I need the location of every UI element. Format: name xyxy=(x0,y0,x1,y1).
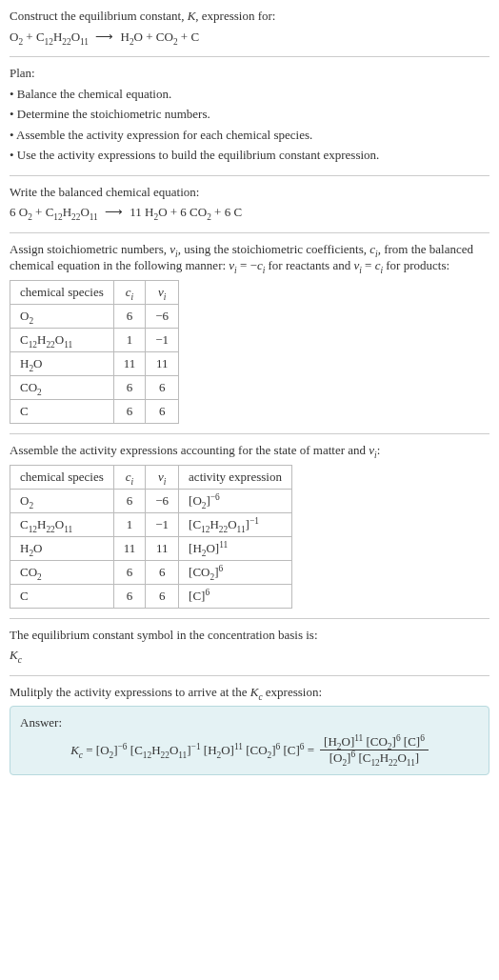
section-activity: Assemble the activity expressions accoun… xyxy=(10,434,489,619)
cell-vi: −6 xyxy=(146,489,179,512)
cell-vi: 6 xyxy=(146,584,179,608)
table-row: chemical species ci νi xyxy=(10,281,179,305)
col-ci: ci xyxy=(113,465,146,489)
table-row: H2O 11 11 xyxy=(10,352,179,376)
col-vi: νi xyxy=(146,465,179,489)
plan-bullet-4: • Use the activity expressions to build … xyxy=(10,147,489,164)
section-intro: Construct the equilibrium constant, K, e… xyxy=(10,8,489,57)
kc-fraction: [H2O]11 [CO2]6 [C]6 [O2]6 [C12H22O11] xyxy=(320,735,429,766)
table-row: C12H22O11 1 −1 xyxy=(10,329,179,352)
kc-numerator: [H2O]11 [CO2]6 [C]6 xyxy=(320,735,429,750)
col-activity: activity expression xyxy=(179,465,292,489)
symbol-line2: Kc xyxy=(10,647,489,664)
col-vi: νi xyxy=(146,281,179,305)
section-plan: Plan: • Balance the chemical equation. •… xyxy=(10,57,489,176)
col-ci: ci xyxy=(113,281,146,305)
cell-vi: −1 xyxy=(146,329,179,352)
col-species: chemical species xyxy=(10,281,114,305)
cell-species: CO2 xyxy=(10,376,114,400)
cell-vi: −1 xyxy=(146,512,179,536)
intro-line: Construct the equilibrium constant, K, e… xyxy=(10,8,489,25)
cell-ci: 6 xyxy=(113,305,146,329)
cell-species: C xyxy=(10,400,114,424)
col-species: chemical species xyxy=(10,465,114,489)
cell-activity: [C]6 xyxy=(179,584,292,608)
table-row: O2 6 −6 [O2]−6 xyxy=(10,489,292,512)
table-row: CO2 6 6 [CO2]6 xyxy=(10,560,292,584)
symbol-line1: The equilibrium constant symbol in the c… xyxy=(10,627,489,644)
cell-vi: −6 xyxy=(146,305,179,329)
cell-activity: [H2O]11 xyxy=(179,536,292,560)
plan-bullet-3: • Assemble the activity expression for e… xyxy=(10,127,489,144)
cell-species: H2O xyxy=(10,536,114,560)
table-row: CO2 6 6 xyxy=(10,376,179,400)
cell-ci: 6 xyxy=(113,400,146,424)
cell-vi: 11 xyxy=(146,536,179,560)
balanced-equation: 6 O2 + C12H22O11 ⟶ 11 H2O + 6 CO2 + 6 C xyxy=(10,204,489,221)
answer-box: Answer: Kc = [O2]−6 [C12H22O11]−1 [H2O]1… xyxy=(10,706,489,775)
section-balanced: Write the balanced chemical equation: 6 … xyxy=(10,176,489,233)
plan-title: Plan: xyxy=(10,65,489,82)
cell-species: H2O xyxy=(10,352,114,376)
plan-bullet-2: • Determine the stoichiometric numbers. xyxy=(10,106,489,123)
table-row: C 6 6 [C]6 xyxy=(10,584,292,608)
cell-activity: [O2]−6 xyxy=(179,489,292,512)
cell-species: C12H22O11 xyxy=(10,512,114,536)
kc-lhs: Kc = [O2]−6 [C12H22O11]−1 [H2O]11 [CO2]6… xyxy=(70,743,314,758)
section-symbol: The equilibrium constant symbol in the c… xyxy=(10,619,489,676)
section-final: Mulitply the activity expressions to arr… xyxy=(10,676,489,784)
cell-ci: 1 xyxy=(113,512,146,536)
cell-ci: 11 xyxy=(113,352,146,376)
kc-denominator: [O2]6 [C12H22O11] xyxy=(326,750,423,765)
table-row: C12H22O11 1 −1 [C12H22O11]−1 xyxy=(10,512,292,536)
cell-species: O2 xyxy=(10,305,114,329)
plan-bullet-1: • Balance the chemical equation. xyxy=(10,86,489,103)
table-row: O2 6 −6 xyxy=(10,305,179,329)
cell-ci: 6 xyxy=(113,489,146,512)
kc-expression: Kc = [O2]−6 [C12H22O11]−1 [H2O]11 [CO2]6… xyxy=(20,735,479,766)
intro-equation: O2 + C12H22O11 ⟶ H2O + CO2 + C xyxy=(10,29,489,46)
cell-vi: 11 xyxy=(146,352,179,376)
cell-species: C xyxy=(10,584,114,608)
table-row: H2O 11 11 [H2O]11 xyxy=(10,536,292,560)
final-intro: Mulitply the activity expressions to arr… xyxy=(10,684,489,701)
stoich-intro: Assign stoichiometric numbers, νi, using… xyxy=(10,241,489,274)
table-row: C 6 6 xyxy=(10,400,179,424)
cell-activity: [CO2]6 xyxy=(179,560,292,584)
cell-ci: 6 xyxy=(113,560,146,584)
cell-ci: 6 xyxy=(113,584,146,608)
cell-vi: 6 xyxy=(146,560,179,584)
answer-label: Answer: xyxy=(20,714,479,731)
stoich-table: chemical species ci νi O2 6 −6 C12H22O11… xyxy=(10,280,179,424)
balanced-title: Write the balanced chemical equation: xyxy=(10,184,489,201)
activity-intro: Assemble the activity expressions accoun… xyxy=(10,442,489,459)
section-stoich: Assign stoichiometric numbers, νi, using… xyxy=(10,233,489,434)
cell-ci: 1 xyxy=(113,329,146,352)
cell-ci: 11 xyxy=(113,536,146,560)
cell-ci: 6 xyxy=(113,376,146,400)
cell-vi: 6 xyxy=(146,400,179,424)
activity-table: chemical species ci νi activity expressi… xyxy=(10,465,292,609)
cell-species: C12H22O11 xyxy=(10,329,114,352)
cell-vi: 6 xyxy=(146,376,179,400)
cell-species: O2 xyxy=(10,489,114,512)
cell-activity: [C12H22O11]−1 xyxy=(179,512,292,536)
table-row: chemical species ci νi activity expressi… xyxy=(10,465,292,489)
cell-species: CO2 xyxy=(10,560,114,584)
